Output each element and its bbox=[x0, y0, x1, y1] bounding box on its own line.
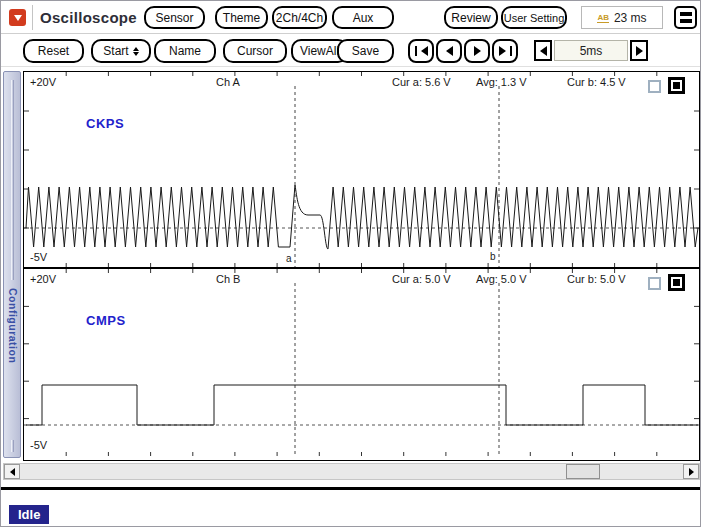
channel-a-signal-label: CKPS bbox=[86, 116, 124, 131]
channel-b-bottom-scale: -5V bbox=[30, 439, 47, 451]
start-button-label: Start bbox=[103, 44, 128, 58]
menu-bar-icon bbox=[680, 12, 692, 16]
status-badge: Idle bbox=[9, 505, 49, 524]
waveform-ch-b bbox=[26, 385, 698, 425]
theme-button[interactable]: Theme bbox=[215, 6, 268, 29]
timebase-field[interactable] bbox=[554, 40, 628, 61]
channel-a-title: Ch A bbox=[216, 76, 240, 88]
scroll-right-icon bbox=[689, 468, 694, 476]
save-button[interactable]: Save bbox=[337, 39, 394, 63]
oscilloscope-window: Oscilloscope Sensor Theme 2Ch/4Ch Aux Re… bbox=[0, 0, 701, 527]
sensor-button[interactable]: Sensor bbox=[144, 6, 205, 29]
cursor-a-mark[interactable]: a bbox=[286, 253, 292, 264]
menu-icon[interactable] bbox=[674, 6, 697, 29]
skip-end-icon bbox=[510, 46, 512, 56]
timebase-right-icon bbox=[636, 46, 643, 56]
start-button[interactable]: Start bbox=[91, 39, 151, 63]
cursor-b-mark[interactable]: b bbox=[490, 251, 496, 262]
acquisition-time-display: AB 23 ms bbox=[581, 6, 663, 29]
channel-a-checked-box[interactable] bbox=[668, 77, 685, 94]
scale-ticks bbox=[24, 269, 699, 456]
down-arrow-icon bbox=[14, 15, 22, 21]
status-divider bbox=[1, 487, 701, 490]
scroll-left-button[interactable] bbox=[4, 464, 20, 479]
configuration-tab-label: Configuration bbox=[7, 288, 19, 363]
timebase-decrease-button[interactable] bbox=[534, 40, 552, 61]
channel-a-panel: +20V Ch A Cur a: 5.6 V Avg: 1.3 V Cur b:… bbox=[24, 72, 699, 269]
name-button[interactable]: Name bbox=[154, 39, 216, 63]
start-spinner-icon bbox=[133, 47, 139, 56]
horizontal-scrollbar[interactable] bbox=[3, 463, 700, 480]
scrollbar-thumb[interactable] bbox=[566, 464, 600, 479]
step-back-icon bbox=[446, 46, 453, 56]
channel-b-title: Ch B bbox=[216, 273, 240, 285]
channel-b-panel: +20V Ch B Cur a: 5.0 V Avg: 5.0 V Cur b:… bbox=[24, 269, 699, 456]
checked-fill-icon bbox=[673, 279, 680, 286]
step-back-button[interactable] bbox=[436, 39, 462, 63]
channel-a-bottom-scale: -5V bbox=[30, 251, 47, 263]
channel-mode-button[interactable]: 2Ch/4Ch bbox=[272, 6, 327, 29]
tab-groove bbox=[11, 80, 14, 280]
aux-button[interactable]: Aux bbox=[332, 6, 394, 29]
reset-button[interactable]: Reset bbox=[23, 39, 84, 63]
review-button[interactable]: Review bbox=[444, 6, 498, 29]
menu-bar-icon bbox=[680, 19, 692, 23]
step-forward-button[interactable] bbox=[464, 39, 490, 63]
app-title: Oscilloscope bbox=[40, 9, 137, 26]
channel-b-cursor-a-value: Cur a: 5.0 V bbox=[392, 273, 451, 285]
toolbar-top: Oscilloscope Sensor Theme 2Ch/4Ch Aux Re… bbox=[1, 1, 700, 34]
channel-b-signal-label: CMPS bbox=[86, 313, 126, 328]
toolbar-divider bbox=[32, 5, 33, 30]
left-triangle-icon bbox=[421, 46, 428, 56]
channel-a-cursor-b-value: Cur b: 4.5 V bbox=[567, 76, 626, 88]
channel-a-avg-value: Avg: 1.3 V bbox=[476, 76, 527, 88]
user-setting-button[interactable]: User Setting bbox=[501, 6, 567, 29]
channel-a-top-scale: +20V bbox=[30, 76, 56, 88]
ab-time-icon: AB bbox=[597, 13, 609, 23]
checked-fill-icon bbox=[673, 82, 680, 89]
timebase-increase-button[interactable] bbox=[630, 40, 648, 61]
configuration-tab[interactable]: Configuration bbox=[3, 71, 21, 458]
channel-a-cursor-a-value: Cur a: 5.6 V bbox=[392, 76, 451, 88]
scale-ticks bbox=[24, 72, 699, 267]
right-triangle-icon bbox=[499, 46, 506, 56]
acquisition-time-value: 23 ms bbox=[614, 11, 647, 25]
skip-start-icon bbox=[415, 46, 417, 56]
skip-start-button[interactable] bbox=[408, 39, 434, 63]
channel-b-cursor-b-value: Cur b: 5.0 V bbox=[567, 273, 626, 285]
skip-end-button[interactable] bbox=[492, 39, 518, 63]
toolbar-second: Reset Start Name Cursor ViewAll Save bbox=[1, 35, 700, 67]
channel-b-checked-box[interactable] bbox=[668, 274, 685, 291]
app-menu-icon[interactable] bbox=[9, 9, 26, 26]
channel-a-unchecked-box[interactable] bbox=[648, 80, 661, 93]
tab-groove bbox=[11, 440, 14, 452]
channel-b-avg-value: Avg: 5.0 V bbox=[476, 273, 527, 285]
channel-b-unchecked-box[interactable] bbox=[648, 277, 661, 290]
scope-display: +20V Ch A Cur a: 5.6 V Avg: 1.3 V Cur b:… bbox=[23, 71, 700, 461]
cursor-button[interactable]: Cursor bbox=[223, 39, 287, 63]
timebase-left-icon bbox=[540, 46, 547, 56]
channel-b-plot bbox=[24, 269, 699, 456]
scroll-right-button[interactable] bbox=[683, 464, 699, 479]
scroll-left-icon bbox=[10, 468, 15, 476]
channel-b-top-scale: +20V bbox=[30, 273, 56, 285]
channel-a-plot bbox=[24, 72, 699, 267]
waveform-ch-a bbox=[26, 185, 698, 249]
step-forward-icon bbox=[474, 46, 481, 56]
